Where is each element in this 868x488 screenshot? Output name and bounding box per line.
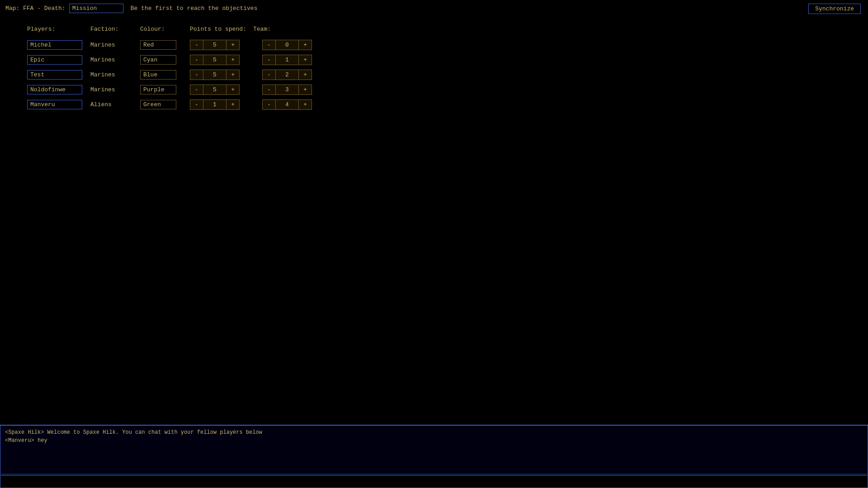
points-stepper: - 5 + [190, 70, 240, 80]
colour-input[interactable] [140, 85, 176, 94]
table-row: Marines - 5 + - 2 + [27, 70, 841, 80]
points-decrease-button[interactable]: - [190, 40, 203, 50]
team-decrease-button[interactable]: - [263, 85, 276, 94]
team-stepper: - 4 + [262, 99, 312, 110]
players-header: Players: [27, 26, 90, 33]
team-stepper: - 1 + [262, 55, 312, 65]
points-stepper: - 5 + [190, 55, 240, 65]
player-name-input[interactable] [27, 85, 82, 94]
points-decrease-button[interactable]: - [190, 70, 203, 80]
table-row: Marines - 5 + - 0 + [27, 40, 841, 50]
colour-input[interactable] [140, 100, 176, 109]
colour-header: Colour: [140, 26, 190, 33]
team-stepper: - 3 + [262, 84, 312, 95]
team-stepper: - 0 + [262, 40, 312, 50]
points-increase-button[interactable]: + [226, 100, 239, 109]
points-decrease-button[interactable]: - [190, 100, 203, 109]
faction-value: Marines [90, 71, 140, 78]
team-decrease-button[interactable]: - [263, 100, 276, 109]
points-header: Points to spend: [190, 26, 253, 33]
points-stepper: - 5 + [190, 84, 240, 95]
chat-message: <Manveru> hey [5, 436, 863, 445]
player-name-input[interactable] [27, 55, 82, 65]
team-decrease-button[interactable]: - [263, 40, 276, 50]
team-increase-button[interactable]: + [298, 70, 311, 80]
team-value: 1 [276, 55, 298, 65]
points-stepper: - 1 + [190, 99, 240, 110]
points-increase-button[interactable]: + [226, 55, 239, 65]
colour-input[interactable] [140, 70, 176, 80]
chat-input[interactable] [0, 476, 868, 488]
map-description: Be the first to reach the objectives [131, 5, 258, 12]
points-increase-button[interactable]: + [226, 85, 239, 94]
points-decrease-button[interactable]: - [190, 55, 203, 65]
points-decrease-button[interactable]: - [190, 85, 203, 94]
map-label: Map: FFA - Death: [5, 5, 66, 12]
table-row: Aliens - 1 + - 4 + [27, 99, 841, 110]
team-value: 2 [276, 70, 298, 80]
team-value: 4 [276, 100, 298, 109]
faction-value: Marines [90, 56, 140, 63]
table-row: Marines - 5 + - 3 + [27, 84, 841, 95]
colour-input[interactable] [140, 40, 176, 50]
chat-message: <Spaxe Hilk> Welcome to Spaxe Hilk. You … [5, 428, 863, 436]
player-name-input[interactable] [27, 100, 82, 109]
points-value: 1 [203, 100, 226, 109]
player-name-input[interactable] [27, 40, 82, 50]
points-stepper: - 5 + [190, 40, 240, 50]
points-increase-button[interactable]: + [226, 70, 239, 80]
points-increase-button[interactable]: + [226, 40, 239, 50]
team-increase-button[interactable]: + [298, 85, 311, 94]
synchronize-button[interactable]: Synchronize [808, 4, 861, 14]
faction-value: Marines [90, 42, 140, 48]
team-header: Team: [253, 26, 312, 33]
table-row: Marines - 5 + - 1 + [27, 55, 841, 65]
faction-header: Faction: [90, 26, 140, 33]
team-value: 0 [276, 40, 298, 50]
points-value: 5 [203, 85, 226, 94]
points-value: 5 [203, 40, 226, 50]
team-decrease-button[interactable]: - [263, 55, 276, 65]
mission-input[interactable] [69, 4, 123, 13]
points-value: 5 [203, 55, 226, 65]
faction-value: Marines [90, 86, 140, 93]
team-stepper: - 2 + [262, 70, 312, 80]
colour-input[interactable] [140, 55, 176, 65]
player-name-input[interactable] [27, 70, 82, 80]
faction-value: Aliens [90, 101, 140, 108]
team-decrease-button[interactable]: - [263, 70, 276, 80]
team-increase-button[interactable]: + [298, 100, 311, 109]
team-value: 3 [276, 85, 298, 94]
points-value: 5 [203, 70, 226, 80]
team-increase-button[interactable]: + [298, 55, 311, 65]
team-increase-button[interactable]: + [298, 40, 311, 50]
chat-messages-area: <Spaxe Hilk> Welcome to Spaxe Hilk. You … [0, 425, 868, 474]
